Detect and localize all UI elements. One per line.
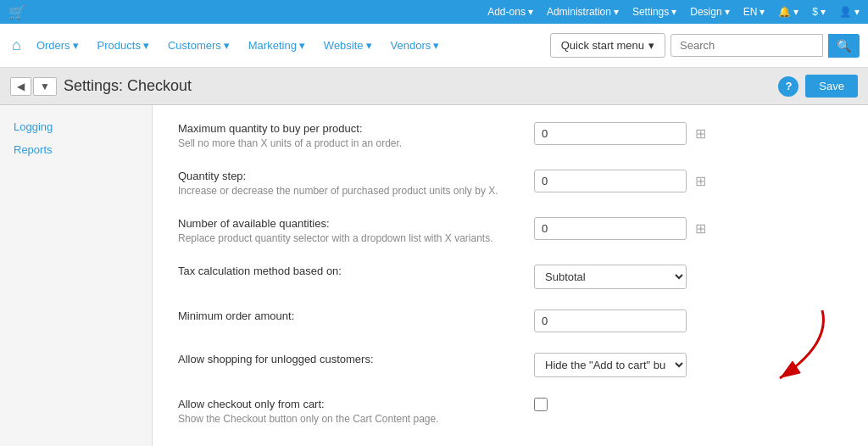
setting-control-qty-step: ⊞ [534,170,706,192]
user-menu[interactable]: 👤 ▾ [839,6,860,18]
marketing-label: Marketing [248,39,297,52]
website-label: Website [324,39,364,52]
setting-label-available-qty: Number of available quantities: [178,217,517,230]
setting-row-checkout-cart: Allow checkout only from cart: Show the … [178,398,843,425]
orders-menu[interactable]: Orders ▾ [30,34,86,57]
qty-step-input[interactable] [534,170,687,192]
orders-label: Orders [36,39,70,52]
setting-label-col-tax-calc: Tax calculation method based on: [178,265,517,280]
main-layout: Logging Reports Maximum quantity to buy … [0,105,868,446]
currency-chevron: ▾ [821,6,826,18]
vendors-chevron: ▾ [433,39,439,52]
setting-row-min-order: Minimum order amount: [178,309,843,332]
language-label: EN [743,6,758,18]
orders-chevron: ▾ [73,39,79,52]
top-nav-bar: 🛒 Add-ons ▾ Administration ▾ Settings ▾ … [0,0,868,24]
setting-label-col-checkout-cart: Allow checkout only from cart: Show the … [178,398,517,425]
setting-control-available-qty: ⊞ [534,217,706,240]
addons-menu[interactable]: Add-ons ▾ [487,6,533,18]
addons-label: Add-ons [487,6,526,18]
setting-row-unlogged-shopping: Allow shopping for unlogged customers: H… [178,353,843,377]
website-chevron: ▾ [366,39,372,52]
setting-desc-qty-step: Increase or decrease the number of purch… [178,185,517,197]
addons-chevron: ▾ [528,6,533,18]
max-qty-input[interactable] [534,122,687,145]
home-button[interactable]: ⌂ [8,33,25,58]
setting-desc-max-qty: Sell no more than X units of a product i… [178,137,517,149]
sidebar-item-reports[interactable]: Reports [0,138,152,161]
available-qty-icon[interactable]: ⊞ [695,220,706,237]
settings-content: Maximum quantity to buy per product: Sel… [153,105,868,446]
cart-icon[interactable]: 🛒 [8,4,25,20]
marketing-chevron: ▾ [299,39,305,52]
checkout-cart-checkbox[interactable] [534,398,548,411]
available-qty-input[interactable] [534,217,687,240]
setting-label-col-min-order: Minimum order amount: [178,309,517,325]
language-menu[interactable]: EN ▾ [743,6,765,18]
setting-label-col-qty-step: Quantity step: Increase or decrease the … [178,170,517,197]
quick-start-button[interactable]: Quick start menu ▾ [550,33,665,58]
sidebar-item-logging[interactable]: Logging [0,115,152,138]
back-button[interactable]: ◀ [10,77,31,96]
settings-chevron: ▾ [671,6,676,18]
unlogged-shopping-select[interactable]: Hide the "Add to cart" button Allow Redi… [534,353,687,377]
setting-desc-available-qty: Replace product quantity selector with a… [178,232,517,244]
products-menu[interactable]: Products ▾ [91,34,156,57]
top-nav-right: Add-ons ▾ Administration ▾ Settings ▾ De… [487,6,860,18]
products-label: Products [97,39,141,52]
save-button[interactable]: Save [805,75,858,98]
dropdown-button[interactable]: ▼ [33,77,57,96]
customers-chevron: ▾ [224,39,230,52]
page-header: ◀ ▼ Settings: Checkout ? Save [0,68,868,105]
setting-label-col-max-qty: Maximum quantity to buy per product: Sel… [178,122,517,149]
notifications-menu[interactable]: 🔔 ▾ [778,6,798,18]
search-icon: 🔍 [837,39,851,53]
setting-control-unlogged-shopping: Hide the "Add to cart" button Allow Redi… [534,353,687,377]
min-order-input[interactable] [534,309,687,332]
design-menu[interactable]: Design ▾ [690,6,729,18]
user-chevron: ▾ [854,6,860,18]
sidebar: Logging Reports [0,105,153,446]
tax-calc-select[interactable]: Subtotal Total Unit price [534,265,687,289]
administration-label: Administration [547,6,611,18]
setting-control-tax-calc: Subtotal Total Unit price [534,265,687,289]
user-icon: 👤 [839,6,852,18]
vendors-label: Vendors [391,39,431,52]
setting-row-tax-calc: Tax calculation method based on: Subtota… [178,265,843,289]
settings-menu[interactable]: Settings ▾ [632,6,676,18]
website-menu[interactable]: Website ▾ [317,34,379,57]
administration-menu[interactable]: Administration ▾ [547,6,619,18]
setting-row-qty-step: Quantity step: Increase or decrease the … [178,170,843,197]
customers-label: Customers [168,39,221,52]
top-nav-left: 🛒 [8,4,25,20]
setting-control-checkout-cart [534,398,548,411]
products-chevron: ▾ [143,39,149,52]
setting-label-unlogged-shopping: Allow shopping for unlogged customers: [178,353,517,365]
setting-row-available-qty: Number of available quantities: Replace … [178,217,843,244]
page-title: Settings: Checkout [64,77,771,95]
administration-chevron: ▾ [614,6,619,18]
notifications-chevron: ▾ [793,6,798,18]
marketing-menu[interactable]: Marketing ▾ [242,34,312,57]
settings-label: Settings [632,6,669,18]
setting-label-col-unlogged-shopping: Allow shopping for unlogged customers: [178,353,517,368]
search-input[interactable] [670,34,823,57]
setting-label-qty-step: Quantity step: [178,170,517,182]
setting-label-max-qty: Maximum quantity to buy per product: [178,122,517,135]
setting-row-max-qty: Maximum quantity to buy per product: Sel… [178,122,843,149]
max-qty-icon[interactable]: ⊞ [695,125,706,142]
language-chevron: ▾ [760,6,765,18]
search-button[interactable]: 🔍 [828,34,860,58]
help-button[interactable]: ? [778,76,798,97]
quick-start-chevron: ▾ [648,39,654,52]
setting-label-min-order: Minimum order amount: [178,309,517,322]
currency-menu[interactable]: $ ▾ [812,6,826,18]
nav-arrows: ◀ ▼ [10,77,57,96]
design-chevron: ▾ [725,6,730,18]
setting-control-max-qty: ⊞ [534,122,706,145]
qty-step-icon[interactable]: ⊞ [695,173,706,189]
vendors-menu[interactable]: Vendors ▾ [384,34,447,57]
secondary-nav: ⌂ Orders ▾ Products ▾ Customers ▾ Market… [0,24,868,68]
customers-menu[interactable]: Customers ▾ [161,34,236,57]
bell-icon: 🔔 [778,6,791,18]
